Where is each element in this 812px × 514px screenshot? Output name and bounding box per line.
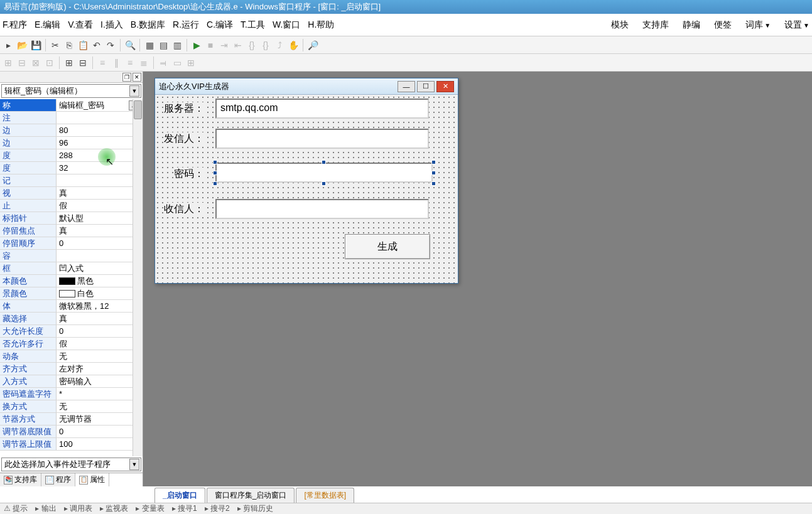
- tba-9[interactable]: ≡: [123, 56, 137, 70]
- label-receiver[interactable]: 收信人：: [164, 203, 204, 216]
- property-value[interactable]: 左对齐: [57, 363, 143, 375]
- property-value[interactable]: 凹入式: [57, 262, 143, 274]
- tb-step4[interactable]: {}: [259, 38, 273, 52]
- menu-tools[interactable]: T.工具: [241, 19, 265, 31]
- property-row[interactable]: 度32: [0, 162, 143, 174]
- menu-view[interactable]: V.查看: [68, 19, 93, 31]
- menu-help[interactable]: H.帮助: [308, 19, 334, 31]
- status-item[interactable]: ⚠ 提示: [4, 503, 28, 514]
- tb-stop[interactable]: ■: [203, 38, 217, 52]
- tb-debug-find[interactable]: 🔎: [306, 38, 320, 52]
- tba-11[interactable]: ⫤: [156, 56, 170, 70]
- property-row[interactable]: 否允许多行假: [0, 338, 143, 350]
- tb-cut[interactable]: ✂: [48, 38, 62, 52]
- tb-find[interactable]: 🔍: [123, 38, 137, 52]
- status-item[interactable]: ▸ 调用表: [64, 503, 92, 514]
- property-row[interactable]: 景颜色白色: [0, 287, 143, 300]
- minimize-button[interactable]: —: [398, 81, 415, 92]
- form-client-area[interactable]: 服务器： smtp.qq.com 发信人： 密码： 收信人： 生成: [155, 95, 458, 283]
- property-row[interactable]: 标指针默认型: [0, 212, 143, 225]
- property-value[interactable]: [57, 112, 143, 124]
- menu-static-compile[interactable]: 静编: [683, 19, 700, 31]
- property-row[interactable]: 换方式无: [0, 400, 143, 413]
- scrollbar[interactable]: [133, 99, 143, 456]
- menu-compile[interactable]: C.编译: [207, 19, 233, 31]
- property-row[interactable]: 调节器底限值0: [0, 426, 143, 438]
- editor-tab[interactable]: [常里数据表]: [296, 488, 354, 503]
- tab-properties[interactable]: 📋属性: [75, 473, 109, 486]
- property-row[interactable]: 记: [0, 174, 143, 187]
- tba-8[interactable]: ‖: [109, 56, 123, 70]
- form-titlebar[interactable]: 追心永久VIP生成器 — ☐ ✕: [155, 78, 458, 95]
- tba-13[interactable]: ⊞: [184, 56, 198, 70]
- status-item[interactable]: ▸ 监视表: [100, 503, 128, 514]
- menu-insert[interactable]: I.插入: [100, 19, 123, 31]
- form-designer[interactable]: 追心永久VIP生成器 — ☐ ✕ 服务器： smtp.qq.com 发信人： 密…: [143, 72, 812, 486]
- input-server[interactable]: smtp.qq.com: [215, 99, 429, 119]
- status-item[interactable]: ▸ 剪辑历史: [237, 503, 273, 514]
- tb-new[interactable]: ▸: [1, 38, 15, 52]
- property-value[interactable]: 80: [57, 124, 143, 136]
- property-row[interactable]: 框凹入式: [0, 262, 143, 275]
- label-server[interactable]: 服务器：: [164, 102, 204, 115]
- tba-4[interactable]: ⊡: [43, 56, 57, 70]
- property-value[interactable]: 100: [57, 438, 143, 450]
- property-value[interactable]: *: [57, 388, 143, 400]
- label-password[interactable]: 密码：: [174, 168, 204, 181]
- tb-step1[interactable]: ⇥: [217, 38, 231, 52]
- tb-paste[interactable]: 📋: [76, 38, 90, 52]
- status-item[interactable]: ▸ 输出: [35, 503, 56, 514]
- property-row[interactable]: 节器方式无调节器: [0, 413, 143, 426]
- property-row[interactable]: 体微软雅黑，12: [0, 300, 143, 313]
- input-receiver[interactable]: [215, 199, 429, 219]
- input-sender[interactable]: [215, 129, 429, 149]
- property-value[interactable]: 真: [57, 313, 143, 324]
- property-row[interactable]: 齐方式左对齐: [0, 363, 143, 375]
- property-value[interactable]: 32: [57, 162, 143, 174]
- input-password[interactable]: [215, 163, 433, 183]
- tb-layout1[interactable]: ▦: [143, 38, 156, 52]
- tba-5[interactable]: ⊞: [62, 56, 76, 70]
- tba-1[interactable]: ⊞: [1, 56, 15, 70]
- maximize-button[interactable]: ☐: [417, 81, 435, 92]
- property-value[interactable]: 编辑框_密码…: [57, 99, 143, 111]
- component-combo[interactable]: 辑框_密码（编辑框） ▼: [1, 84, 141, 98]
- designed-form[interactable]: 追心永久VIP生成器 — ☐ ✕ 服务器： smtp.qq.com 发信人： 密…: [154, 78, 458, 284]
- editor-tab[interactable]: 窗口程序集_启动窗口: [207, 488, 295, 503]
- property-value[interactable]: 96: [57, 137, 143, 149]
- property-value[interactable]: 真: [57, 225, 143, 237]
- property-row[interactable]: 边80: [0, 124, 143, 137]
- tb-step2[interactable]: ⇤: [231, 38, 245, 52]
- property-value[interactable]: 白色: [57, 287, 143, 299]
- property-row[interactable]: 动条无: [0, 350, 143, 363]
- tba-12[interactable]: ▭: [170, 56, 184, 70]
- tb-step3[interactable]: {}: [245, 38, 259, 52]
- tb-save[interactable]: 💾: [29, 38, 43, 52]
- property-value[interactable]: 微软雅黑，12: [57, 300, 143, 312]
- tb-run[interactable]: ▶: [190, 38, 203, 52]
- chevron-down-icon[interactable]: ▼: [129, 85, 139, 97]
- menu-notes[interactable]: 便签: [714, 19, 732, 31]
- property-value[interactable]: 假: [57, 338, 143, 350]
- tb-copy[interactable]: ⎘: [62, 38, 76, 52]
- label-sender[interactable]: 发信人：: [164, 132, 204, 146]
- status-item[interactable]: ▸ 搜寻1: [172, 503, 197, 514]
- menu-word-lib[interactable]: 词库▼: [745, 19, 771, 31]
- tba-6[interactable]: ⊟: [76, 56, 90, 70]
- property-value[interactable]: 288: [57, 149, 143, 161]
- menu-module[interactable]: 模块: [611, 19, 629, 31]
- tb-step6[interactable]: ✋: [286, 38, 300, 52]
- menu-window[interactable]: W.窗口: [273, 19, 300, 31]
- property-value[interactable]: 无: [57, 350, 143, 362]
- property-value[interactable]: 0: [57, 237, 143, 249]
- property-row[interactable]: 度288: [0, 149, 143, 162]
- property-row[interactable]: 容: [0, 250, 143, 262]
- property-value[interactable]: 无: [57, 400, 143, 412]
- panel-restore-icon[interactable]: ❐: [122, 73, 131, 82]
- property-row[interactable]: 入方式密码输入: [0, 375, 143, 388]
- scrollbar-thumb[interactable]: [134, 100, 142, 119]
- property-value[interactable]: [57, 250, 143, 262]
- property-row[interactable]: 边96: [0, 137, 143, 149]
- property-grid[interactable]: 称编辑框_密码…注边80边96度288度32记视真止假标指针默认型停留焦点真停留…: [0, 99, 143, 456]
- tba-7[interactable]: ≡: [95, 56, 109, 70]
